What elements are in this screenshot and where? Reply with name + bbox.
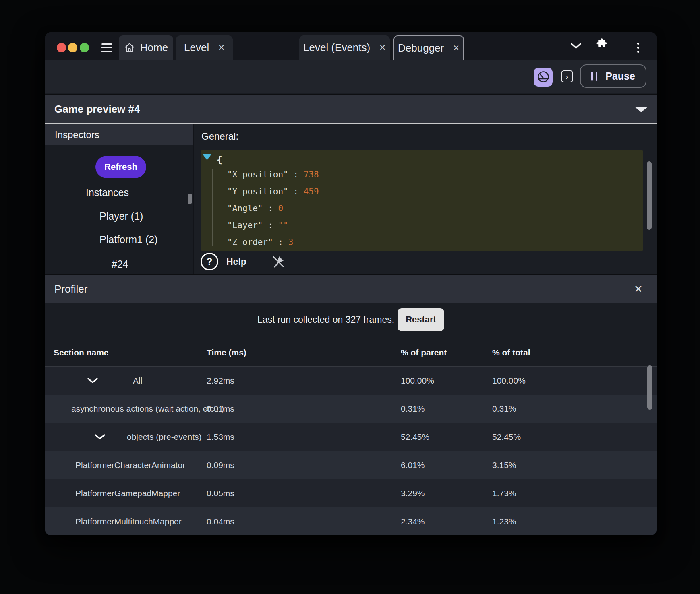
row-time: 0.09ms: [207, 451, 234, 479]
close-icon[interactable]: ✕: [634, 275, 643, 303]
game-preview-header[interactable]: Game preview #4: [45, 94, 657, 124]
window-minimize-button[interactable]: [68, 43, 77, 52]
row-percent-parent: 100.00%: [401, 367, 434, 395]
restart-label: Restart: [406, 314, 436, 325]
row-percent-parent: 0.31%: [401, 395, 425, 423]
profiler-toggle-button[interactable]: [534, 68, 553, 87]
property-separator: :: [273, 237, 288, 247]
app-window: Home Level ✕ Level (Events) ✕ Debugger ✕: [45, 32, 657, 535]
row-percent-total: 3.15%: [492, 451, 516, 479]
properties-json-view: { "X position" : 738 "Y position" : 459 …: [201, 150, 643, 251]
refresh-label: Refresh: [104, 162, 137, 172]
home-icon: [124, 42, 135, 53]
tab-home[interactable]: Home: [119, 35, 173, 60]
property-line: "X position" : 738: [227, 167, 319, 183]
row-percent-total: 52.45%: [492, 423, 521, 451]
row-percent-parent: 3.29%: [401, 479, 425, 507]
expand-triangle-icon[interactable]: [203, 154, 211, 160]
extensions-puzzle-icon[interactable]: [596, 38, 608, 50]
property-value: 0: [278, 204, 283, 213]
profiler-scrollbar[interactable]: [647, 365, 652, 410]
window-close-button[interactable]: [57, 43, 66, 52]
open-brace: {: [217, 152, 222, 168]
property-value: "": [278, 221, 288, 230]
table-row-character-animator[interactable]: PlatformerCharacterAnimator 0.09ms 6.01%…: [45, 451, 657, 479]
profiler-status-text: Last run collected on 327 frames.: [257, 314, 394, 325]
inspector-item-platform1[interactable]: Platform1 (2): [99, 233, 157, 246]
tab-label: Level: [184, 41, 209, 54]
game-preview-title: Game preview #4: [54, 95, 140, 123]
chevron-down-icon[interactable]: [570, 42, 582, 50]
more-options-icon[interactable]: [637, 43, 639, 55]
row-time: 2.92ms: [207, 367, 234, 395]
table-row-multitouch-mapper[interactable]: PlatformerMultitouchMapper 0.04ms 2.34% …: [45, 507, 657, 535]
question-mark: ?: [207, 256, 213, 267]
table-header-row: Section name Time (ms) % of parent % of …: [45, 340, 657, 365]
tab-level[interactable]: Level ✕: [176, 35, 233, 60]
inspector-item-instances[interactable]: Instances: [86, 186, 129, 199]
close-icon[interactable]: ✕: [218, 43, 225, 52]
property-key: "Angle": [227, 204, 263, 213]
debugger-toolbar: › Pause: [45, 60, 657, 93]
chevron-down-icon[interactable]: [87, 367, 99, 395]
speedometer-icon: [536, 70, 550, 84]
close-icon[interactable]: ✕: [453, 44, 460, 52]
chevron-down-icon[interactable]: [94, 423, 106, 451]
inspectors-list: Refresh Instances Player (1) Platform1 (…: [45, 145, 193, 274]
property-value: 459: [304, 187, 319, 196]
row-time: 0.01ms: [207, 395, 234, 423]
inspectors-scrollbar[interactable]: [188, 194, 192, 204]
general-scrollbar[interactable]: [647, 161, 652, 230]
table-row-gamepad-mapper[interactable]: PlatformerGamepadMapper 0.05ms 3.29% 1.7…: [45, 479, 657, 507]
table-row-objects-pre-events[interactable]: objects (pre-events) 1.53ms 52.45% 52.45…: [45, 423, 657, 451]
tab-label: Level (Events): [303, 41, 370, 54]
console-button[interactable]: ›: [561, 70, 573, 82]
close-icon[interactable]: ✕: [379, 43, 386, 52]
col-section-name: Section name: [54, 340, 109, 365]
screenshot-stage: Home Level ✕ Level (Events) ✕ Debugger ✕: [0, 0, 700, 594]
general-panel: General: { "X position" : 738 "Y positio…: [194, 124, 657, 274]
console-icon: ›: [566, 73, 568, 80]
inspectors-panel: Inspectors Refresh Instances Player (1) …: [45, 124, 193, 274]
refresh-button[interactable]: Refresh: [95, 156, 146, 178]
tab-debugger[interactable]: Debugger ✕: [393, 35, 464, 60]
inspector-item-player[interactable]: Player (1): [99, 209, 143, 223]
menu-icon[interactable]: [101, 43, 112, 52]
table-row-async-actions[interactable]: asynchronous actions (wait action, etc..…: [45, 395, 657, 423]
tab-bar: Home Level ✕ Level (Events) ✕ Debugger ✕: [45, 32, 657, 60]
row-percent-parent: 2.34%: [401, 507, 425, 535]
property-key: "Y position": [227, 187, 288, 196]
row-time: 0.04ms: [207, 507, 234, 535]
property-value: 738: [304, 170, 319, 179]
property-key: "Layer": [227, 221, 263, 230]
collapse-triangle-icon[interactable]: [634, 107, 648, 112]
row-section-name: objects (pre-events): [127, 423, 202, 451]
help-icon[interactable]: ?: [201, 253, 218, 270]
general-title: General:: [201, 131, 238, 142]
property-key: "Z order": [227, 237, 273, 247]
window-zoom-button[interactable]: [80, 43, 89, 52]
property-separator: :: [263, 204, 278, 213]
row-section-name: PlatformerGamepadMapper: [75, 479, 180, 507]
pin-off-icon[interactable]: [271, 255, 285, 268]
tab-level-events[interactable]: Level (Events) ✕: [299, 35, 390, 60]
property-separator: :: [288, 170, 304, 179]
row-section-name: All: [133, 367, 142, 395]
row-percent-total: 1.73%: [492, 479, 516, 507]
property-separator: :: [288, 187, 304, 196]
table-row-all[interactable]: All 2.92ms 100.00% 100.00%: [45, 367, 657, 395]
property-key: "X position": [227, 170, 288, 179]
property-separator: :: [263, 221, 278, 230]
row-section-name: PlatformerMultitouchMapper: [75, 507, 182, 535]
profiler-title: Profiler: [54, 275, 87, 303]
property-line: "Angle" : 0: [227, 200, 283, 217]
property-line: "Y position" : 459: [227, 184, 319, 200]
restart-button[interactable]: Restart: [398, 308, 444, 331]
row-section-name: PlatformerCharacterAnimator: [75, 451, 185, 479]
col-percent-parent: % of parent: [401, 340, 447, 365]
help-button[interactable]: Help: [226, 256, 246, 267]
debugger-main-area: Inspectors Refresh Instances Player (1) …: [45, 124, 657, 274]
pause-button[interactable]: Pause: [580, 64, 646, 88]
inspector-item-instance-24[interactable]: #24: [112, 257, 128, 271]
inspectors-header: Inspectors: [45, 124, 193, 145]
